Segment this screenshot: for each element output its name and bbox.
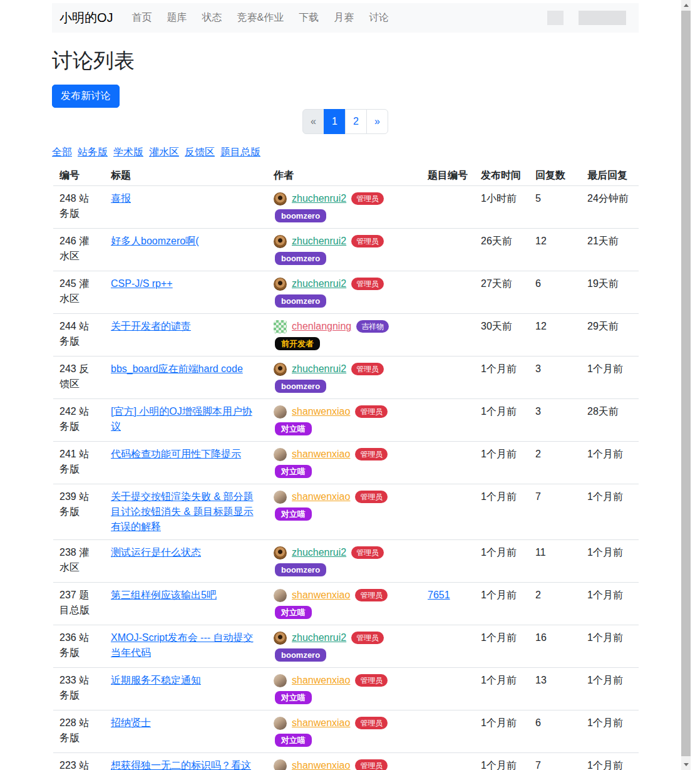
row-problem-cell [421, 442, 475, 484]
username-link[interactable]: shanwenxiao [292, 447, 350, 462]
user-avatar[interactable] [274, 320, 287, 333]
discussion-title-link[interactable]: 好多人boomzero啊( [111, 236, 198, 246]
row-id-board: 243 反馈区 [53, 356, 105, 398]
nav-discussion[interactable]: 讨论 [364, 11, 394, 24]
row-title-cell: [官方] 小明的OJ增强脚本用户协议 [105, 399, 267, 441]
user-tag-badge: 对立喵 [275, 507, 312, 521]
user-avatar[interactable] [274, 405, 287, 419]
site-brand[interactable]: 小明的OJ [59, 9, 113, 26]
discussion-title-link[interactable]: 代码检查功能可用性下降提示 [111, 449, 241, 459]
last-reply-time: 1个月前 [581, 625, 639, 667]
username-link[interactable]: shanwenxiao [292, 673, 350, 688]
reply-count: 12 [529, 229, 581, 271]
username-link[interactable]: zhuchenrui2 [292, 191, 346, 206]
filter-feedback-board[interactable]: 反馈区 [185, 147, 215, 157]
nav-status[interactable]: 状态 [197, 11, 227, 24]
username-link[interactable]: chenlangning [292, 319, 351, 334]
new-discussion-button[interactable]: 发布新讨论 [52, 85, 120, 108]
discussion-title-link[interactable]: bbs_board应在前端hard code [111, 363, 243, 374]
row-problem-cell [421, 668, 475, 710]
last-reply-time: 1个月前 [581, 753, 639, 770]
user-avatar[interactable] [274, 363, 287, 376]
discussion-title-link[interactable]: 近期服务不稳定通知 [111, 675, 201, 685]
posted-time: 1个月前 [475, 710, 529, 752]
user-avatar[interactable] [274, 589, 287, 602]
tag-line: 前开发者 [275, 336, 415, 351]
username-link[interactable]: shanwenxiao [292, 715, 350, 731]
user-avatar[interactable] [274, 278, 287, 291]
user-avatar[interactable] [274, 546, 287, 559]
author-line: shanwenxiao 管理员 [274, 489, 415, 504]
username-link[interactable]: zhuchenrui2 [292, 234, 346, 249]
discussion-title-link[interactable]: 喜报 [111, 193, 131, 204]
username-link[interactable]: shanwenxiao [292, 588, 350, 603]
row-author-cell: zhuchenrui2 管理员 boomzero [267, 540, 421, 582]
tag-line: boomzero [275, 647, 415, 662]
row-title-cell: 测试运行是什么状态 [105, 540, 267, 582]
nav-monthly-contest[interactable]: 月赛 [329, 11, 359, 24]
user-avatar[interactable] [274, 674, 287, 687]
user-avatar[interactable] [274, 717, 287, 730]
discussion-title-link[interactable]: CSP-J/S rp++ [111, 278, 173, 289]
username-link[interactable]: zhuchenrui2 [292, 362, 346, 377]
filter-all[interactable]: 全部 [52, 147, 72, 157]
row-author-cell: chenlangning 吉祥物 前开发者 [267, 314, 421, 356]
next-page[interactable]: » [366, 109, 388, 134]
table-row: 245 灌水区 CSP-J/S rp++ zhuchenrui2 管理员 boo… [53, 271, 639, 314]
username-link[interactable]: zhuchenrui2 [292, 630, 346, 645]
author-line: shanwenxiao 管理员 [274, 715, 415, 731]
tag-line: 对立喵 [275, 690, 415, 705]
role-badge: 管理员 [351, 278, 384, 290]
filter-offtopic-board[interactable]: 灌水区 [149, 147, 179, 157]
discussion-title-link[interactable]: [官方] 小明的OJ增强脚本用户协议 [111, 406, 252, 432]
username-link[interactable]: zhuchenrui2 [292, 545, 346, 560]
filter-site-board[interactable]: 站务版 [78, 147, 108, 157]
last-reply-time: 1个月前 [581, 356, 639, 398]
user-avatar[interactable] [274, 448, 287, 461]
row-author-cell: zhuchenrui2 管理员 boomzero [267, 625, 421, 667]
pagination: «12» [52, 109, 639, 134]
user-avatar[interactable] [274, 491, 287, 504]
scrollbar-thumb[interactable] [681, 11, 691, 756]
role-badge: 管理员 [355, 759, 388, 770]
user-avatar[interactable] [274, 192, 287, 206]
discussion-title-link[interactable]: 关于开发者的谴责 [111, 321, 191, 331]
username-link[interactable]: shanwenxiao [292, 758, 350, 770]
discussion-title-link[interactable]: 想获得独一无二的标识吗？看这里！ [111, 760, 251, 770]
problem-id-link[interactable]: 7651 [428, 590, 450, 600]
row-id-board: 242 站务版 [53, 399, 105, 441]
page-1[interactable]: 1 [324, 109, 346, 134]
discussion-title-link[interactable]: 招纳贤士 [111, 717, 151, 728]
user-tag-badge: 对立喵 [275, 606, 312, 619]
username-link[interactable]: shanwenxiao [292, 489, 350, 504]
row-title-cell: 招纳贤士 [105, 710, 267, 752]
reply-count: 2 [529, 583, 581, 625]
discussion-title-link[interactable]: 测试运行是什么状态 [111, 547, 201, 558]
discussion-title-link[interactable]: XMOJ-Script发布会 --- 自动提交当年代码 [111, 632, 254, 658]
author-line: zhuchenrui2 管理员 [274, 276, 415, 291]
scrollbar-down-arrow-icon[interactable] [681, 759, 691, 770]
row-title-cell: CSP-J/S rp++ [105, 271, 267, 313]
prev-page[interactable]: « [302, 109, 324, 134]
nav-download[interactable]: 下载 [294, 11, 324, 24]
user-avatar[interactable] [274, 235, 287, 248]
discussion-title-link[interactable]: 第三组样例应该输出5吧 [111, 590, 217, 600]
filter-problem-board[interactable]: 题目总版 [220, 147, 260, 157]
filter-academic-board[interactable]: 学术版 [113, 147, 143, 157]
nav-problems[interactable]: 题库 [162, 11, 192, 24]
page-2[interactable]: 2 [345, 109, 367, 134]
discussion-title-link[interactable]: 关于提交按钮渲染失败 & 部分题目讨论按钮消失 & 题目标题显示有误的解释 [111, 491, 254, 532]
row-id-board: 239 站务版 [53, 484, 105, 539]
user-avatar[interactable] [274, 632, 287, 645]
scrollbar[interactable] [681, 0, 691, 770]
author-line: shanwenxiao 管理员 [274, 673, 415, 688]
tag-line: 对立喵 [275, 605, 415, 620]
nav-home[interactable]: 首页 [127, 11, 157, 24]
row-id-board: 237 题目总版 [53, 583, 105, 625]
row-author-cell: zhuchenrui2 管理员 boomzero [267, 356, 421, 398]
username-link[interactable]: shanwenxiao [292, 404, 350, 419]
user-avatar[interactable] [274, 759, 287, 770]
username-link[interactable]: zhuchenrui2 [292, 276, 346, 291]
scrollbar-up-arrow-icon[interactable] [681, 0, 691, 11]
nav-contest-homework[interactable]: 竞赛&作业 [232, 11, 289, 24]
